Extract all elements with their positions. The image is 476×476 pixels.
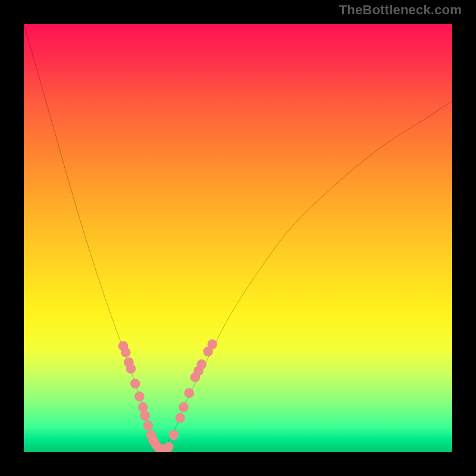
- data-marker: [138, 402, 148, 412]
- data-marker: [197, 359, 207, 369]
- data-marker: [126, 364, 136, 374]
- data-marker: [140, 411, 150, 421]
- markers-group: [118, 339, 217, 452]
- data-marker: [164, 442, 174, 452]
- data-marker: [169, 430, 179, 440]
- data-marker: [176, 413, 186, 423]
- watermark-text: TheBottleneck.com: [339, 4, 462, 17]
- data-marker: [130, 379, 140, 389]
- chart-container: TheBottleneck.com: [0, 0, 476, 476]
- data-marker: [121, 347, 131, 358]
- marker-layer: [24, 24, 452, 452]
- data-marker: [143, 421, 154, 431]
- data-marker: [134, 392, 145, 402]
- data-marker: [208, 339, 218, 349]
- data-marker: [184, 388, 195, 398]
- data-marker: [178, 402, 189, 412]
- plot-area: [24, 24, 452, 452]
